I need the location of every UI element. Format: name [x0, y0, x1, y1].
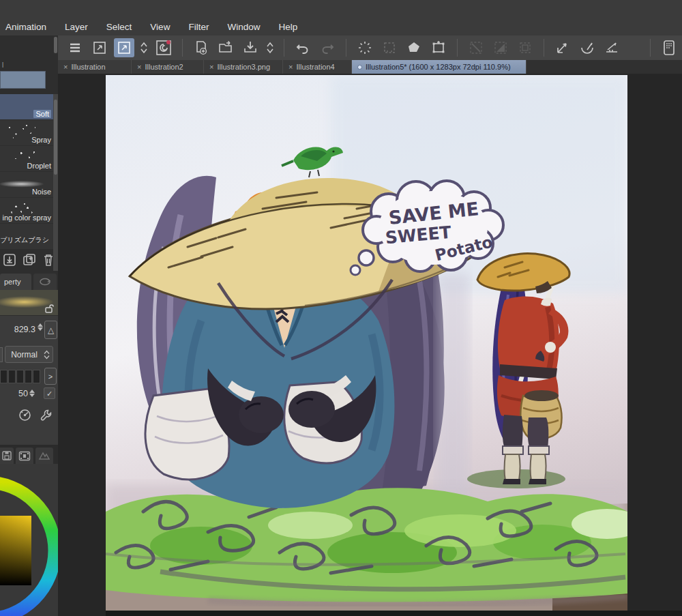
save-file-icon[interactable]: [240, 38, 261, 57]
delete-brush-icon[interactable]: [42, 253, 55, 267]
expand-button[interactable]: >: [44, 368, 57, 385]
deselect-icon[interactable]: [355, 38, 375, 57]
sub-tool-panel: l Soft Spray Droplet Noise ing color spr…: [0, 35, 58, 616]
mountain-icon: [38, 451, 50, 460]
menu-animation[interactable]: Animation: [5, 22, 46, 32]
tool-property-tabs: perty: [0, 271, 58, 290]
document-tab-bar: × Illustration × Illustration2 × Illustr…: [58, 60, 682, 74]
panel-scrollbar-thumb[interactable]: [54, 37, 57, 53]
main-menu-icon[interactable]: [65, 38, 85, 57]
tool-property-body: 829.3 △ Normal > 50 ✓: [0, 290, 58, 445]
file-chevron-icon[interactable]: [265, 38, 276, 57]
loop-arrow-icon: [39, 278, 51, 286]
menu-filter[interactable]: Filter: [188, 22, 209, 32]
brush-item-prism[interactable]: プリズムブラシ: [0, 224, 53, 249]
tablet-mode-icon[interactable]: [659, 38, 679, 57]
menu-items: Animation Layer Select View Filter Windo…: [5, 22, 297, 32]
opacity-row: 50 ✓: [0, 387, 58, 402]
opacity-value[interactable]: 50: [18, 389, 28, 398]
reselect-icon[interactable]: [379, 38, 400, 57]
tab-label: Illustration5* (1600 x 1283px 72dpi 110.…: [366, 63, 511, 71]
tab-illustration5-active[interactable]: Illustration5* (1600 x 1283px 72dpi 110.…: [352, 60, 527, 74]
slot[interactable]: [33, 370, 40, 383]
brush-actions: [0, 249, 58, 271]
new-file-icon[interactable]: [191, 38, 211, 57]
brush-item-color-spray[interactable]: ing color spray: [0, 198, 53, 223]
tab-illustration2[interactable]: × Illustration2: [132, 60, 204, 74]
brush-item-spray[interactable]: Spray: [0, 120, 53, 145]
selection-disabled-icon[interactable]: [515, 38, 535, 57]
tab-color-history[interactable]: [0, 448, 14, 464]
toolbar-chevron-icon[interactable]: [138, 38, 149, 57]
close-icon[interactable]: ×: [288, 63, 293, 71]
brush-size-value[interactable]: 829.3: [14, 325, 35, 334]
sv-square[interactable]: [0, 516, 31, 585]
tab-illustration3[interactable]: × Illustration3.png: [204, 60, 283, 74]
import-brush-icon[interactable]: [3, 253, 16, 267]
tab-label: Illustration4: [296, 63, 334, 71]
slot[interactable]: [25, 370, 32, 383]
tab-label: Illustration2: [145, 63, 183, 71]
canvas-document[interactable]: SAVE ME SWEET Potato: [106, 75, 627, 611]
menu-view[interactable]: View: [150, 22, 170, 32]
redo-icon[interactable]: [317, 38, 338, 57]
opacity-spinner[interactable]: [29, 390, 35, 397]
blend-mode-dropdown[interactable]: Normal: [5, 346, 53, 363]
brush-stroke-preview: [0, 290, 58, 316]
property-footer-icons: [0, 405, 58, 425]
brush-item-soft[interactable]: Soft: [0, 94, 53, 119]
snap-curve-icon[interactable]: [577, 38, 597, 57]
palette-tabs: [0, 445, 58, 464]
frame-icon[interactable]: [428, 38, 449, 57]
command-toolbar: [58, 35, 682, 60]
tab-label: Illustration3.png: [217, 63, 270, 71]
tab-tool-property[interactable]: perty: [0, 274, 31, 290]
tab-illustration[interactable]: × Illustration: [58, 60, 132, 74]
slot[interactable]: [8, 370, 16, 383]
opacity-checkbox[interactable]: ✓: [44, 387, 55, 399]
canvas-bottom-edge: [106, 611, 682, 616]
tab-brush-link[interactable]: [33, 274, 57, 290]
brush-item-droplet[interactable]: Droplet: [0, 146, 53, 171]
close-icon[interactable]: ×: [209, 63, 213, 71]
floppy-icon: [1, 450, 12, 461]
gradient-disabled-icon[interactable]: [490, 38, 511, 57]
menu-help[interactable]: Help: [278, 22, 297, 32]
close-icon[interactable]: ×: [137, 63, 141, 71]
menu-select[interactable]: Select: [106, 22, 132, 32]
duplicate-brush-icon[interactable]: [23, 253, 36, 267]
unlock-icon[interactable]: [44, 304, 54, 313]
size-graph-button[interactable]: △: [44, 321, 57, 339]
stroke-slots-row: >: [0, 367, 58, 386]
color-wheel-panel[interactable]: [0, 464, 58, 616]
size-spinner[interactable]: [38, 323, 43, 331]
undo-icon[interactable]: [293, 38, 313, 57]
dropdown-chevron-icon: [43, 349, 50, 360]
line-disabled-icon[interactable]: [466, 38, 486, 57]
blend-mode-row: Normal: [0, 344, 58, 365]
fill-icon[interactable]: [404, 38, 424, 57]
slot[interactable]: [16, 370, 24, 383]
tab-label: Illustration: [71, 63, 105, 71]
selected-group-swatch[interactable]: [0, 71, 46, 89]
snap-special-icon[interactable]: [602, 38, 622, 57]
tab-film[interactable]: [16, 448, 33, 464]
menu-layer[interactable]: Layer: [65, 22, 88, 32]
close-icon[interactable]: ×: [63, 63, 68, 71]
open-file-icon[interactable]: [216, 38, 236, 57]
brush-item-noise[interactable]: Noise: [0, 172, 53, 197]
menu-window[interactable]: Window: [227, 22, 260, 32]
gauge-icon[interactable]: [18, 409, 31, 422]
menu-bar: Animation Layer Select View Filter Windo…: [0, 0, 682, 35]
tab-illustration4[interactable]: × Illustration4: [283, 60, 352, 74]
brush-list: Soft Spray Droplet Noise ing color spray…: [0, 94, 53, 250]
tab-approx-color[interactable]: [35, 448, 53, 464]
wrench-icon[interactable]: [40, 409, 53, 422]
slot[interactable]: [0, 370, 8, 383]
scale-window-active-icon[interactable]: [114, 38, 134, 57]
snap-ruler-icon[interactable]: [552, 38, 573, 57]
film-icon: [18, 451, 31, 461]
clip-studio-icon[interactable]: [153, 38, 174, 57]
artwork: SAVE ME SWEET Potato: [106, 75, 627, 611]
scale-window-icon[interactable]: [89, 38, 110, 57]
